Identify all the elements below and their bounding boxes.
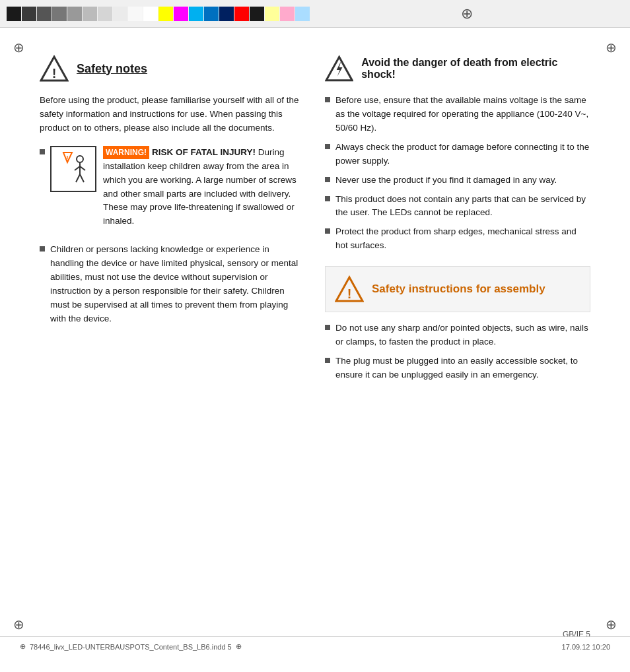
footer-inner: ⊕ 78446_livx_LED-UNTERBAUSPOTS_Content_B… [20, 637, 610, 651]
svg-line-9 [80, 174, 84, 182]
safety-assembly-bullets: Do not use any sharp and/or pointed obje… [325, 321, 590, 382]
bullet-sq-1 [40, 246, 45, 252]
color-swatch [219, 7, 234, 21]
color-swatch [37, 7, 52, 21]
svg-text:!: ! [52, 66, 57, 81]
reg-mark-top: ⊕ [461, 5, 473, 22]
color-swatch [174, 7, 188, 21]
assembly-bullet-text: The plug must be plugged into an easily … [335, 354, 590, 382]
electric-bullet: This product does not contain any parts … [325, 193, 590, 220]
assembly-bullet-text: Do not use any sharp and/or pointed obje… [335, 321, 590, 349]
svg-line-7 [80, 166, 85, 170]
warning-fatal-row: ! WARNING!RISK OF FATAL INJURY! During i… [40, 146, 305, 237]
svg-text:!: ! [66, 155, 68, 162]
corner-mark-tr: ⊕ [606, 40, 617, 55]
corner-mark-bl: ⊕ [13, 617, 24, 632]
footer-reg-mark-2: ⊕ [236, 642, 242, 651]
assembly-bullet: The plug must be plugged into an easily … [325, 354, 590, 382]
color-swatch [204, 7, 219, 21]
safety-assembly-icon: ! [335, 275, 364, 304]
color-swatch [158, 7, 173, 21]
safety-assembly-title: Safety instructions for assembly [372, 283, 545, 296]
safety-notes-title: Safety notes [77, 62, 147, 76]
footer-file: ⊕ 78446_livx_LED-UNTERBAUSPOTS_Content_B… [20, 642, 242, 651]
color-swatch [113, 7, 127, 21]
color-swatch [52, 7, 67, 21]
color-swatches [7, 7, 310, 21]
color-swatch [295, 7, 310, 21]
safety-assembly-header: ! Safety instructions for assembly [325, 266, 590, 312]
color-swatch [22, 7, 36, 21]
warning-row-inner: ! WARNING!RISK OF FATAL INJURY! During i… [50, 146, 305, 229]
electric-bullet: Never use the product if you find it dam… [325, 174, 590, 187]
warning-fatal-content: ! WARNING!RISK OF FATAL INJURY! During i… [50, 146, 305, 237]
electric-bullet-text: Protect the product from sharp edges, me… [335, 225, 590, 253]
bullet-sq [325, 144, 330, 149]
color-swatch [128, 7, 143, 21]
left-column: ! Safety notes Before using the product,… [40, 54, 305, 387]
color-swatch [250, 7, 264, 21]
safety-bullet-1-text: Children or persons lacking knowledge or… [50, 243, 305, 326]
safety-bullet-1: Children or persons lacking knowledge or… [40, 243, 305, 326]
svg-line-8 [76, 174, 80, 182]
corner-mark-tl: ⊕ [13, 40, 24, 55]
footer-reg-mark: ⊕ [20, 642, 26, 651]
footer-date: 17.09.12 10:20 [562, 643, 610, 651]
bullet-sq [325, 358, 330, 363]
warning-label-badge: WARNING! [103, 146, 149, 160]
color-swatch [7, 7, 21, 21]
electric-bullet: Before use, ensure that the available ma… [325, 94, 590, 135]
electric-bullet-text: This product does not contain any parts … [335, 193, 590, 220]
corner-mark-br: ⊕ [606, 617, 617, 632]
electric-bullet-text: Never use the product if you find it dam… [335, 174, 557, 187]
electric-bullet-text: Always check the product for damage befo… [335, 141, 590, 168]
color-swatch [83, 7, 97, 21]
bullet-sq [325, 196, 330, 201]
svg-point-4 [77, 156, 83, 162]
safety-notes-header: ! Safety notes [40, 54, 305, 83]
bullet-sq [325, 177, 330, 182]
safety-notes-bullets: Children or persons lacking knowledge or… [40, 243, 305, 326]
warning-triangle-icon: ! [40, 54, 69, 83]
electric-bullet: Always check the product for damage befo… [325, 141, 590, 168]
content-area: ! Safety notes Before using the product,… [0, 28, 630, 387]
bullet-sq [325, 97, 330, 102]
color-swatch [67, 7, 82, 21]
bullet-sq [325, 228, 330, 234]
electric-shock-header: Avoid the danger of death from electric … [325, 54, 590, 83]
svg-line-6 [75, 166, 80, 170]
bullet-square-warning [40, 149, 45, 154]
warning-figure-svg: ! [53, 149, 93, 189]
warning-bold-text: RISK OF FATAL INJURY! [152, 147, 256, 157]
color-swatch [143, 7, 158, 21]
svg-text:!: ! [347, 286, 352, 301]
color-swatch [234, 7, 249, 21]
electric-bullet: Protect the product from sharp edges, me… [325, 225, 590, 253]
color-swatch [280, 7, 295, 21]
right-column: Avoid the danger of death from electric … [325, 54, 590, 387]
warning-figure-box: ! [50, 146, 96, 192]
bullet-sq [325, 325, 330, 330]
electric-bullet-text: Before use, ensure that the available ma… [335, 94, 590, 135]
top-bar: ⊕ [0, 0, 630, 28]
electric-shock-title: Avoid the danger of death from electric … [361, 57, 590, 81]
safety-notes-body: Before using the product, please familia… [40, 94, 305, 135]
color-swatch [189, 7, 203, 21]
color-swatch [265, 7, 279, 21]
footer-file-text: 78446_livx_LED-UNTERBAUSPOTS_Content_BS_… [30, 643, 232, 651]
electric-shock-icon [325, 54, 353, 83]
assembly-bullet: Do not use any sharp and/or pointed obje… [325, 321, 590, 349]
color-swatch [98, 7, 112, 21]
warning-text-block: WARNING!RISK OF FATAL INJURY! During ins… [103, 146, 305, 229]
footer: ⊕ 78446_livx_LED-UNTERBAUSPOTS_Content_B… [0, 636, 630, 651]
electric-shock-bullets: Before use, ensure that the available ma… [325, 94, 590, 253]
